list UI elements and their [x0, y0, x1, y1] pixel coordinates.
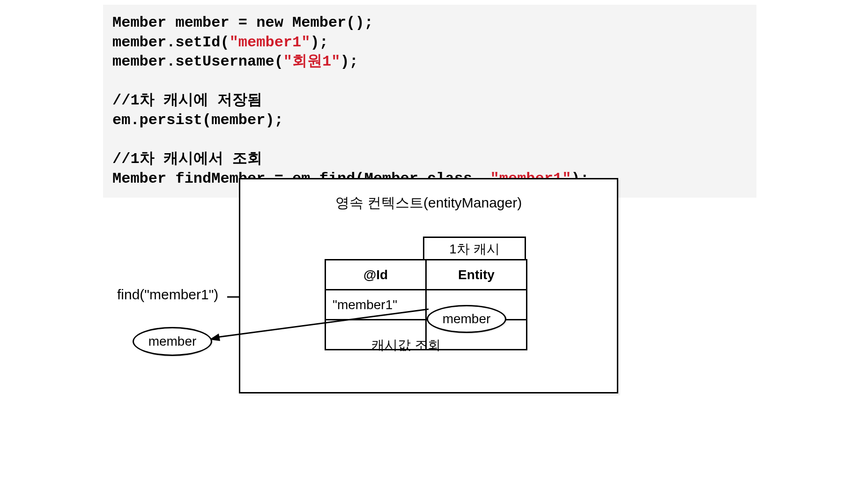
col-id-header: @Id	[326, 260, 426, 290]
context-title: 영속 컨텍스트(entityManager)	[240, 193, 617, 213]
code-comment: //1차 캐시에 저장됨	[112, 91, 747, 111]
keyword-new: new	[256, 14, 283, 31]
code-text: member.setId(	[112, 34, 230, 51]
diagram-area: find("member1") 영속 컨텍스트(entityManager) 1…	[117, 178, 745, 398]
arrow-cache-to-result	[208, 307, 431, 344]
entity-bubble: member	[427, 305, 506, 333]
code-line-persist: em.persist(member);	[112, 111, 747, 130]
code-comment: //1차 캐시에서 조회	[112, 149, 747, 169]
result-member-bubble: member	[133, 327, 212, 356]
code-text: member.setUsername(	[112, 53, 283, 70]
result-member-text: member	[148, 334, 197, 349]
col-entity-header: Entity	[426, 260, 527, 290]
code-line-1: Member member = new Member();	[112, 13, 747, 33]
code-line-3: member.setUsername("회원1");	[112, 52, 747, 72]
cache-entity-cell: member	[426, 290, 527, 320]
first-level-cache-label: 1차 캐시	[423, 237, 526, 260]
code-block: Member member = new Member(); member.set…	[103, 5, 756, 198]
code-text: );	[340, 53, 358, 70]
code-line-2: member.setId("member1");	[112, 33, 747, 52]
code-text: );	[310, 34, 328, 51]
entity-bubble-text: member	[443, 311, 491, 326]
string-literal: "member1"	[230, 34, 311, 51]
code-blank-line	[112, 72, 747, 91]
svg-line-2	[217, 309, 429, 337]
code-blank-line	[112, 130, 747, 150]
persistence-context-box: 영속 컨텍스트(entityManager) 1차 캐시 @Id Entity …	[239, 178, 618, 393]
code-text: Member member =	[112, 14, 256, 31]
find-call-label: find("member1")	[117, 287, 218, 303]
string-literal: "회원1"	[283, 53, 341, 70]
code-text: Member();	[283, 14, 373, 31]
